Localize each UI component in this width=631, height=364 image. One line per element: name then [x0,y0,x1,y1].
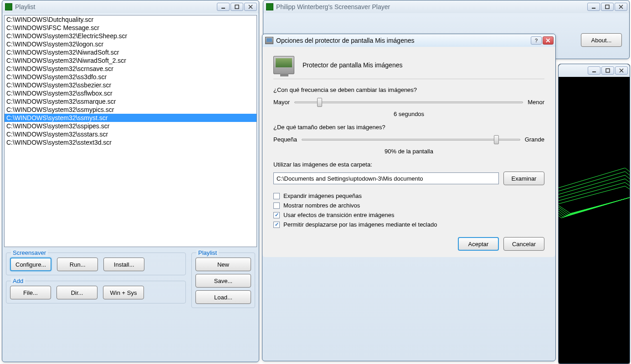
list-item[interactable]: C:\WINDOWS\FSC Message.scr [5,24,257,32]
slider-thumb[interactable] [317,98,322,107]
app-icon [266,3,273,10]
browse-button[interactable]: Examinar [503,172,544,185]
list-item[interactable]: C:\WINDOWS\system32\NiwradSoft_2.scr [5,56,257,65]
minimize-button[interactable] [587,3,600,11]
svg-rect-5 [606,69,610,72]
size-slider[interactable] [302,134,520,144]
folder-path-input[interactable] [273,172,499,184]
maximize-button[interactable] [601,66,614,75]
divider [273,79,544,79]
list-item[interactable]: C:\WINDOWS\system32\logon.scr [5,40,257,48]
run-button[interactable]: Run... [57,258,98,271]
titlebar[interactable]: Playlist [2,0,259,13]
screensaver-group: Screensaver Configure... Run... Install.… [6,253,186,275]
group-legend: Screensaver [11,249,48,256]
cancel-button[interactable]: Cancelar [503,237,544,251]
frequency-question: ¿Con qué frecuencia se deben cambiar las… [273,86,544,93]
about-button[interactable]: About... [581,33,622,47]
folder-label: Utilizar las imágenes de esta carpeta: [273,161,544,168]
svg-rect-9 [235,5,239,9]
playlist-group: Playlist New Save... Load... [191,253,255,308]
close-button[interactable] [615,3,627,11]
close-button[interactable] [615,66,628,75]
size-max-label: Grande [525,136,544,143]
dialog-title: Opciones del protector de pantalla Mis i… [276,37,531,44]
minimize-button[interactable] [217,3,230,11]
group-legend: Add [11,278,25,284]
preview-canvas [559,77,630,364]
window-title: Playlist [15,3,217,10]
transitions-checkbox[interactable] [273,212,280,218]
playlist-window: Playlist C:\WINDOWS\Dutchquality.scrC:\W… [2,0,259,362]
maximize-button[interactable] [601,3,614,11]
add-file-button[interactable]: File... [10,286,51,299]
keyboard-checkbox[interactable] [273,222,280,228]
expand-checkbox[interactable] [273,193,280,199]
minimize-button[interactable] [588,66,600,75]
list-item[interactable]: C:\WINDOWS\system32\NiwradSoft.scr [5,48,257,56]
list-item[interactable]: C:\WINDOWS\system32\ssflwbox.scr [5,89,257,97]
help-button[interactable]: ? [531,36,542,45]
keyboard-label: Permitir desplazarse por las imágenes me… [283,221,437,228]
options-dialog: Opciones del protector de pantalla Mis i… [262,34,556,361]
size-question: ¿De qué tamaño deben ser las imágenes? [273,124,544,131]
add-group: Add File... Dir... Win + Sys [6,281,186,303]
list-item[interactable]: C:\WINDOWS\system32\sstext3d.scr [5,138,257,147]
playlist-load-button[interactable]: Load... [195,290,251,304]
names-label: Mostrar nombres de archivos [283,202,360,209]
frequency-value: 6 segundos [273,111,544,117]
list-item[interactable]: C:\WINDOWS\system32\ssstars.scr [5,130,257,138]
list-item[interactable]: C:\WINDOWS\system32\scrnsave.scr [5,65,257,73]
list-item[interactable]: C:\WINDOWS\system32\ssbezier.scr [5,81,257,89]
expand-label: Expandir imágenes pequeñas [283,192,362,199]
list-item[interactable]: C:\WINDOWS\system32\ssmarque.scr [5,97,257,106]
titlebar[interactable] [559,64,630,77]
window-title: Philipp Winterberg's Screensaver Player [276,3,587,10]
list-item[interactable]: C:\WINDOWS\system32\ss3dfo.scr [5,73,257,81]
slider-thumb[interactable] [494,135,499,144]
group-legend: Playlist [196,249,219,256]
maximize-button[interactable] [231,3,243,11]
monitor-icon [265,37,273,44]
add-winsys-button[interactable]: Win + Sys [103,286,144,299]
names-checkbox[interactable] [273,202,280,209]
frequency-slider[interactable] [294,97,523,107]
close-button[interactable] [244,3,257,11]
install-button[interactable]: Install... [103,258,144,271]
list-item[interactable]: C:\WINDOWS\system32\ssmyst.scr [5,114,257,122]
add-dir-button[interactable]: Dir... [56,286,97,299]
list-item[interactable]: C:\WINDOWS\system32\sspipes.scr [5,122,257,130]
list-item[interactable]: C:\WINDOWS\system32\ssmypics.scr [5,106,257,114]
titlebar[interactable]: Opciones del protector de pantalla Mis i… [262,34,555,47]
list-item[interactable]: C:\WINDOWS\Dutchquality.scr [5,15,257,24]
size-min-label: Pequeña [273,136,297,143]
app-icon [5,3,12,10]
freq-min-label: Mayor [273,99,290,106]
preview-window [558,64,630,364]
playlist-listbox[interactable]: C:\WINDOWS\Dutchquality.scrC:\WINDOWS\FS… [4,15,257,247]
freq-max-label: Menor [528,99,544,106]
configure-button[interactable]: Configure... [10,258,51,271]
svg-rect-1 [605,5,609,9]
ok-button[interactable]: Aceptar [458,237,499,251]
dialog-header-text: Protector de pantalla Mis imágenes [303,61,402,69]
titlebar[interactable]: Philipp Winterberg's Screensaver Player [263,0,629,13]
list-item[interactable]: C:\WINDOWS\system32\ElectricSheep.scr [5,32,257,40]
playlist-new-button[interactable]: New [195,258,251,271]
size-value: 90% de la pantalla [273,148,544,155]
close-button[interactable]: ✕ [543,36,554,45]
transitions-label: Usar efectos de transición entre imágene… [283,212,395,218]
playlist-save-button[interactable]: Save... [195,274,251,288]
screensaver-icon [273,56,294,74]
